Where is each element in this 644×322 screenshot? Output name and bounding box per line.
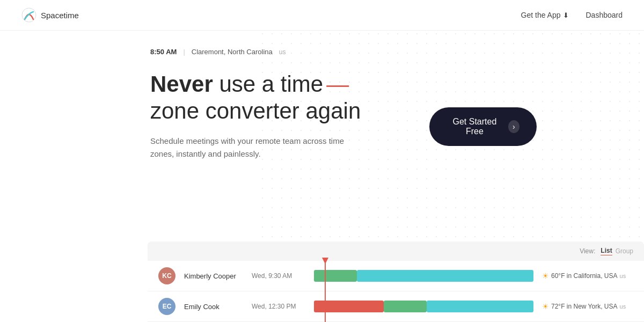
main-content: 8:50 AM | Claremont, North Carolina us N… [0, 31, 644, 160]
schedule-row: KC Kimberly Cooper Wed, 9:30 AM ☀ 60°F i… [148, 261, 644, 291]
avatar-kimberly: KC [158, 267, 175, 284]
get-app-link[interactable]: Get the App ⬇ [521, 11, 569, 19]
spacetime-logo-icon [21, 8, 36, 23]
hero-title-dash: — [326, 71, 349, 97]
person-location-emily: ☀ 72°F in New York, USA us [542, 302, 633, 311]
person-time-emily: Wed, 12:30 PM [252, 303, 305, 310]
navbar: Spacetime Get the App ⬇ Dashboard [0, 0, 644, 31]
person-name-emily: Emily Cook [184, 303, 243, 311]
person-name-kimberly: Kimberly Cooper [184, 272, 243, 280]
hero-section: Never use a time— zone converter again S… [150, 71, 451, 160]
avatar-emily: EC [158, 298, 175, 315]
hero-title-rest1: use a time [213, 71, 323, 97]
hero-subtitle: Schedule meetings with your remote team … [150, 135, 354, 160]
hero-title-rest2: zone converter again [150, 98, 361, 123]
country-tag-emily: us [620, 303, 626, 310]
timeline-bar-green-1 [314, 270, 357, 282]
person-location-kimberly: ☀ 60°F in California, USA us [542, 272, 633, 280]
country-tag-kimberly: us [620, 273, 626, 279]
get-started-button[interactable]: Get Started Free › [429, 107, 537, 146]
view-group-button[interactable]: Group [616, 247, 633, 255]
avatar-initials: EC [158, 298, 175, 315]
nav-logo[interactable]: Spacetime [21, 8, 79, 23]
avatar-initials: KC [158, 267, 175, 284]
cta-button-label: Get Started Free [447, 117, 503, 136]
current-time: 8:50 AM [150, 48, 177, 56]
timeline-bar-cyan-1 [357, 270, 533, 282]
schedule-preview: View: List Group KC Kimberly Cooper Wed,… [148, 241, 644, 322]
download-icon: ⬇ [563, 11, 569, 19]
location-country: us [279, 48, 286, 56]
timeline-bar-green-2 [384, 301, 427, 312]
current-time-indicator [325, 261, 326, 322]
cta-arrow-icon: › [508, 120, 519, 133]
view-label: View: [580, 247, 595, 255]
location-city: Claremont, North Carolina [192, 48, 273, 56]
hero-title: Never use a time— zone converter again [150, 71, 451, 125]
dashboard-link[interactable]: Dashboard [586, 11, 623, 19]
schedule-body: KC Kimberly Cooper Wed, 9:30 AM ☀ 60°F i… [148, 261, 644, 322]
sun-icon-kimberly: ☀ [542, 272, 549, 280]
sun-icon-emily: ☀ [542, 302, 549, 311]
nav-links: Get the App ⬇ Dashboard [521, 11, 623, 19]
view-list-button[interactable]: List [601, 247, 612, 255]
person-time-kimberly: Wed, 9:30 AM [252, 272, 305, 280]
timeline-kimberly [314, 268, 533, 283]
schedule-row: EC Emily Cook Wed, 12:30 PM ☀ 72°F in Ne… [148, 291, 644, 322]
hero-title-strong: Never [150, 71, 213, 97]
nav-brand-text: Spacetime [41, 11, 79, 20]
location-divider: | [183, 48, 185, 56]
location-bar: 8:50 AM | Claremont, North Carolina us [150, 48, 623, 56]
schedule-header: View: List Group [148, 241, 644, 261]
timeline-emily [314, 299, 533, 314]
timeline-bar-cyan-2 [427, 301, 533, 312]
